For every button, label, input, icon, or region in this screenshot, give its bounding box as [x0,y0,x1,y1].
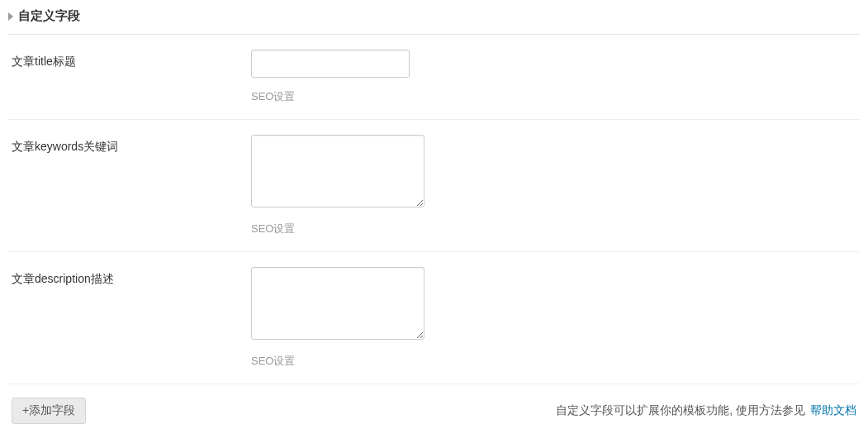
field-help-title: SEO设置 [251,89,410,104]
footer-hint-text: 自定义字段可以扩展你的模板功能, 使用方法参见 [556,403,805,417]
field-control-description: SEO设置 [251,267,425,369]
help-doc-link[interactable]: 帮助文档 [810,403,856,417]
footer-row: +添加字段 自定义字段可以扩展你的模板功能, 使用方法参见 帮助文档 [8,384,860,427]
caret-right-icon [8,12,13,21]
field-row-keywords: 文章keywords关键词 SEO设置 [8,120,860,252]
field-label-keywords: 文章keywords关键词 [12,135,251,155]
field-row-title: 文章title标题 SEO设置 [8,35,860,120]
field-row-description: 文章description描述 SEO设置 [8,252,860,384]
field-help-keywords: SEO设置 [251,222,425,236]
add-field-button[interactable]: +添加字段 [12,398,86,424]
panel-title: 自定义字段 [18,8,80,24]
field-textarea-description[interactable] [251,267,425,340]
footer-hint: 自定义字段可以扩展你的模板功能, 使用方法参见 帮助文档 [556,403,856,418]
field-control-keywords: SEO设置 [251,135,425,236]
field-control-title: SEO设置 [251,50,410,104]
field-label-description: 文章description描述 [12,267,251,287]
panel-header[interactable]: 自定义字段 [8,5,860,31]
field-input-title[interactable] [251,50,410,78]
field-help-description: SEO设置 [251,354,425,369]
field-textarea-keywords[interactable] [251,135,425,207]
field-label-title: 文章title标题 [12,50,251,69]
